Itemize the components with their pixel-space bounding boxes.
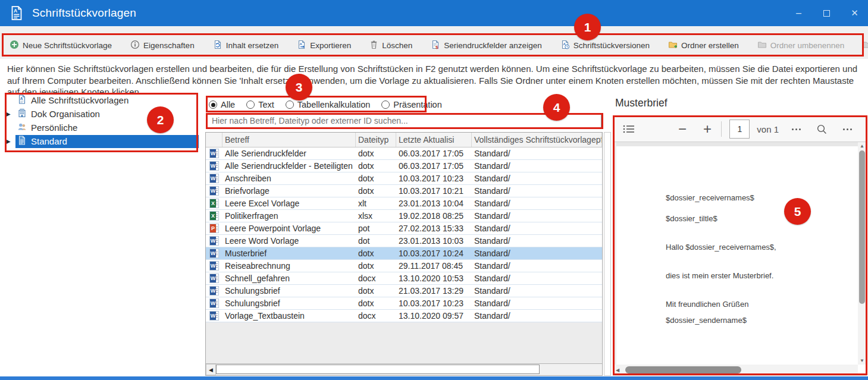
cell-dateityp: dotx: [356, 299, 396, 308]
header-letzte-aktualisierung[interactable]: Letzte Aktualisi: [396, 133, 472, 147]
table-empty-area: [206, 322, 602, 363]
organization-building-icon: [17, 108, 27, 120]
cell-dateityp: docx: [356, 311, 396, 321]
document-versions-button[interactable]: A Schriftstückversionen: [560, 40, 650, 51]
document-line: Mit freundlichen Grüßen: [666, 300, 858, 309]
header-vorlagenpfad[interactable]: Vollständiges Schriftstückvorlagepfad: [472, 133, 602, 147]
table-row[interactable]: Musterbrief dotx 10.03.2017 10:24 Standa…: [206, 247, 602, 260]
ellipsis-icon[interactable]: [843, 128, 852, 130]
cell-pfad: Standard/: [472, 286, 602, 296]
page-number-input[interactable]: [729, 120, 750, 139]
preview-vertical-scrollbar[interactable]: ▲ ▼: [858, 142, 866, 365]
file-type-icon: [209, 286, 219, 296]
cell-betreff: Alle Seriendruckfelder: [223, 149, 356, 158]
table-row[interactable]: Alle Seriendruckfelder - Beteiligten dot…: [206, 160, 602, 172]
tree-item-dok-organisation[interactable]: ▶ Dok Organisation: [0, 107, 205, 121]
minimize-button[interactable]: –: [794, 8, 804, 18]
scrollbar-thumb[interactable]: [625, 366, 741, 373]
scrollbar-thumb[interactable]: [859, 150, 865, 304]
scroll-left-icon[interactable]: ◀: [613, 365, 622, 375]
header-dateityp[interactable]: Dateityp: [356, 133, 396, 147]
cell-dateityp: dotx: [356, 149, 396, 158]
search-input[interactable]: [206, 113, 601, 128]
replace-content-button[interactable]: Inhalt ersetzen: [213, 40, 279, 51]
table-row[interactable]: Leere Powerpoint Vorlage pot 27.02.2013 …: [206, 222, 602, 235]
filter-radio-alle[interactable]: Alle: [209, 100, 235, 109]
scroll-down-icon[interactable]: ▼: [858, 357, 866, 365]
window-bottom-border: [0, 376, 868, 380]
table-row[interactable]: Politikerfragen xlsx 19.02.2018 08:25 St…: [206, 210, 602, 222]
file-type-icon: [209, 224, 219, 233]
cell-pfad: Standard/: [472, 224, 602, 233]
table-row[interactable]: Leere Excel Vorlage xlt 23.01.2013 10:04…: [206, 197, 602, 210]
zoom-in-icon[interactable]: +: [703, 122, 712, 136]
scrollbar-thumb[interactable]: [216, 365, 540, 374]
radio-icon: [209, 101, 217, 109]
tree-item-standard[interactable]: ▶ Standard: [0, 134, 205, 148]
table-vertical-scrollbar[interactable]: [604, 132, 611, 376]
scroll-up-icon[interactable]: ▲: [858, 142, 866, 150]
cell-betreff: Alle Seriendruckfelder - Beteiligten: [223, 161, 356, 171]
expand-arrow-icon[interactable]: ▶: [6, 138, 15, 145]
trash-icon: [369, 40, 378, 51]
table-row[interactable]: Anschreiben dotx 10.03.2017 10:23 Standa…: [206, 172, 602, 185]
cell-pfad: Standard/: [472, 261, 602, 271]
file-type-icon: [209, 149, 219, 158]
cell-betreff: Anschreiben: [223, 174, 356, 183]
table-horizontal-scrollbar[interactable]: ◀ ▶: [206, 363, 602, 375]
zoom-out-icon[interactable]: −: [678, 122, 687, 136]
type-filter-group: Alle Text Tabellenkalkulation Präsentati…: [209, 98, 442, 112]
cell-betreff: Reiseabrechnung: [223, 261, 356, 271]
table-row[interactable]: Reiseabrechnung dotx 29.11.2017 08:45 St…: [206, 260, 602, 272]
delete-button[interactable]: Löschen: [369, 40, 412, 51]
radio-icon: [381, 101, 390, 109]
properties-button[interactable]: Eigenschaften: [130, 40, 195, 51]
table-row[interactable]: Briefvorlage dotx 10.03.2017 10:21 Stand…: [206, 185, 602, 197]
outline-icon[interactable]: [623, 124, 635, 134]
mailmerge-fields-icon: $: [431, 40, 440, 51]
maximize-button[interactable]: [822, 8, 832, 18]
table-row[interactable]: Alle Seriendruckfelder dotx 06.03.2017 1…: [206, 147, 602, 160]
create-folder-button[interactable]: Ordner erstellen: [668, 40, 739, 51]
document-template-icon: A: [17, 95, 27, 106]
template-table: Betreff Dateityp Letzte Aktualisi Vollst…: [205, 132, 603, 376]
document-preview: − + von 1 $dossier_receivernames$ $dossi…: [613, 116, 867, 376]
filter-radio-praesentation[interactable]: Präsentation: [381, 100, 441, 109]
document-template-icon: [17, 136, 27, 147]
table-row[interactable]: Schulungsbrief dotx 10.03.2017 10:23 Sta…: [206, 297, 602, 310]
cell-pfad: Standard/: [472, 174, 602, 183]
document-line: $dossier_receivernames$: [666, 193, 858, 203]
cell-dateityp: dotx: [356, 286, 396, 296]
ellipsis-icon[interactable]: [792, 128, 801, 130]
header-betreff[interactable]: Betreff: [223, 133, 356, 147]
svg-text:$: $: [435, 45, 438, 49]
cell-letzte-aktualisierung: 10.03.2017 10:21: [396, 186, 472, 196]
file-type-icon: [209, 236, 219, 246]
filter-radio-text[interactable]: Text: [246, 100, 274, 109]
close-button[interactable]: ✕: [850, 8, 860, 18]
table-row[interactable]: Schulungsbrief dotx 21.03.2017 13:29 Sta…: [206, 285, 602, 297]
toolbar: Neue Schriftstückvorlage Eigenschaften I…: [0, 26, 868, 59]
document-line: $dossier_tiltle$: [666, 214, 858, 224]
folder-delete-icon: [863, 40, 868, 51]
svg-text:A: A: [14, 8, 17, 14]
search-icon[interactable]: [816, 124, 828, 135]
cell-pfad: Standard/: [472, 249, 602, 258]
mailmerge-fields-button[interactable]: $ Seriendruckfelder anzeigen: [431, 40, 541, 51]
tree-item-persoenliche[interactable]: Persönliche: [0, 121, 205, 134]
table-row[interactable]: Leere Word Vorlage dot 23.01.2013 10:03 …: [206, 235, 602, 247]
cell-betreff: Leere Powerpoint Vorlage: [223, 224, 356, 233]
preview-horizontal-scrollbar[interactable]: ◀ ▶: [613, 365, 858, 375]
svg-text:A: A: [20, 96, 23, 101]
file-type-icon: [209, 174, 219, 183]
radio-icon: [246, 101, 255, 109]
filter-radio-tabellenkalkulation[interactable]: Tabellenkalkulation: [286, 100, 371, 109]
expand-arrow-icon[interactable]: ▶: [6, 111, 15, 117]
new-template-button[interactable]: Neue Schriftstückvorlage: [10, 40, 112, 51]
cell-betreff: Musterbrief: [223, 249, 356, 258]
table-row[interactable]: Schnell_gefahren docx 13.10.2020 10:53 S…: [206, 272, 602, 285]
export-button[interactable]: A Exportieren: [297, 40, 351, 51]
tree-item-alle-schriftstueckvorlagen[interactable]: A Alle Schriftstückvorlagen: [0, 93, 205, 107]
scroll-left-icon[interactable]: ◀: [206, 364, 216, 375]
table-row[interactable]: Vorlage_Textbaustein docx 13.10.2020 09:…: [206, 310, 602, 322]
